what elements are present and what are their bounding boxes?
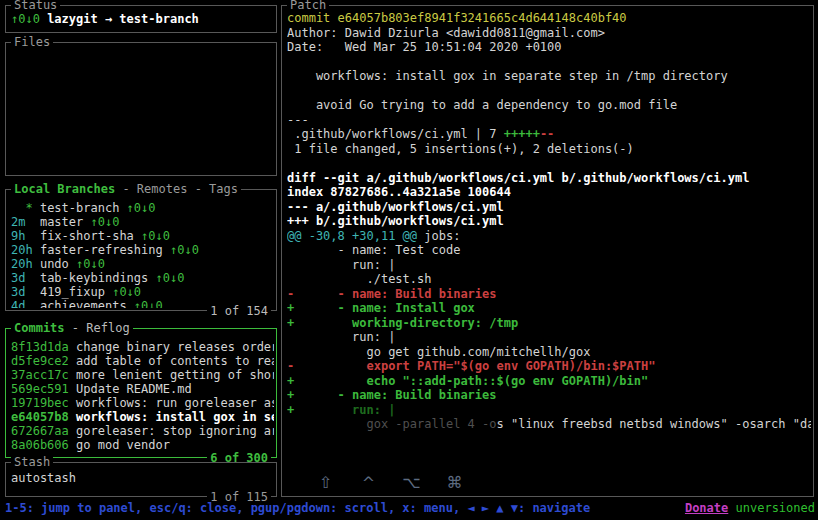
stash-panel[interactable]: Stash autostash 1 of 115 bbox=[5, 462, 277, 497]
stash-row[interactable]: autostash bbox=[11, 471, 274, 485]
patch-line: --- bbox=[287, 113, 811, 128]
patch-line: @@ -30,8 +30,11 @@ jobs: bbox=[287, 229, 811, 244]
command-icon: ⌘ bbox=[433, 476, 476, 490]
branches-list: * test-branch ↑0↓02m master ↑0↓09h fix-s… bbox=[11, 201, 274, 308]
tab-remotes-tags[interactable]: - Remotes - Tags bbox=[115, 182, 238, 196]
patch-line: - export PATH="$(go env GOPATH)/bin:$PAT… bbox=[287, 359, 811, 374]
commit-row[interactable]: e64057b8 workflows: install gox in se bbox=[11, 410, 274, 424]
patch-line: - - name: Build binaries bbox=[287, 287, 811, 302]
commit-row[interactable]: 8f13d1da change binary releases order bbox=[11, 340, 274, 354]
branch-row[interactable]: 20h faster-refreshing ↑0↓0 bbox=[11, 243, 274, 257]
tab-commits[interactable]: Commits bbox=[14, 321, 65, 335]
shift-icon: ⇧ bbox=[304, 476, 347, 490]
branch-row[interactable]: * test-branch ↑0↓0 bbox=[11, 201, 274, 215]
donate-link[interactable]: Donate bbox=[685, 501, 728, 515]
commit-row[interactable]: 19719bec workflows: run goreleaser as bbox=[11, 396, 274, 410]
patch-line: run: | bbox=[287, 258, 811, 273]
files-list bbox=[11, 48, 274, 173]
modifier-key-row: ⇧ ^ ⌥ ⌘ bbox=[304, 476, 476, 490]
status-panel[interactable]: Status ↑0↓0 lazygit → test-branch bbox=[5, 5, 277, 33]
tab-reflog[interactable]: - Reflog bbox=[65, 321, 130, 335]
patch-line: - name: Test code bbox=[287, 243, 811, 258]
patch-line: + working-directory: /tmp bbox=[287, 316, 811, 331]
commit-row[interactable]: d5fe9ce2 add table of contents to rea bbox=[11, 354, 274, 368]
patch-line bbox=[287, 156, 811, 171]
commits-list: 8f13d1da change binary releases orderd5f… bbox=[11, 340, 274, 455]
files-panel[interactable]: Files bbox=[5, 42, 277, 176]
patch-line: --- a/.github/workflows/ci.yml bbox=[287, 200, 811, 215]
patch-line: .github/workflows/ci.yml | 7 +++++-- bbox=[287, 127, 811, 142]
branch-row[interactable]: 9h fix-short-sha ↑0↓0 bbox=[11, 229, 274, 243]
patch-line: gox -parallel 4 -os "linux freebsd netbs… bbox=[287, 417, 811, 432]
patch-line: index 87827686..4a321a5e 100644 bbox=[287, 185, 811, 200]
patch-panel[interactable]: Patch commit e64057b803ef8941f3241665c4d… bbox=[281, 5, 814, 497]
commit-row[interactable]: 8a06b606 go mod vendor bbox=[11, 438, 274, 452]
commit-row[interactable]: 569ec591 Update README.md bbox=[11, 382, 274, 396]
branch-row[interactable]: 3d tab-keybindings ↑0↓0 bbox=[11, 271, 274, 285]
branch-row[interactable]: 3d 419_fixup ↑0↓0 bbox=[11, 285, 274, 299]
patch-line: Date: Wed Mar 25 10:51:04 2020 +0100 bbox=[287, 40, 811, 55]
status-line: ↑0↓0 lazygit → test-branch bbox=[11, 12, 274, 26]
patch-line: + - name: Build binaries bbox=[287, 388, 811, 403]
patch-line: 1 file changed, 5 insertions(+), 2 delet… bbox=[287, 142, 811, 157]
branch-row[interactable]: 20h undo ↑0↓0 bbox=[11, 257, 274, 271]
bottom-bar: 1-5: jump to panel, esc/q: close, pgup/p… bbox=[0, 501, 818, 518]
status-content: ↑0↓0 lazygit → test-branch bbox=[11, 12, 274, 30]
patch-line: avoid Go trying to add a dependency to g… bbox=[287, 98, 811, 113]
version-label: unversioned bbox=[736, 501, 815, 515]
patch-line: workflows: install gox in separate step … bbox=[287, 69, 811, 84]
patch-line: + run: | bbox=[287, 403, 811, 418]
tab-local-branches[interactable]: Local Branches bbox=[14, 182, 115, 196]
patch-line bbox=[287, 55, 811, 70]
patch-line bbox=[287, 84, 811, 99]
patch-line: + echo "::add-path::$(go env GOPATH)/bin… bbox=[287, 374, 811, 389]
patch-line: commit e64057b803ef8941f3241665c4d644148… bbox=[287, 11, 811, 26]
patch-content: commit e64057b803ef8941f3241665c4d644148… bbox=[287, 11, 811, 494]
patch-line: go get github.com/mitchellh/gox bbox=[287, 345, 811, 360]
branches-panel[interactable]: Local Branches - Remotes - Tags * test-b… bbox=[5, 189, 277, 311]
branches-counter: 1 of 154 bbox=[207, 304, 271, 318]
patch-line: run: | bbox=[287, 330, 811, 345]
patch-line: diff --git a/.github/workflows/ci.yml b/… bbox=[287, 171, 811, 186]
commit-row[interactable]: 672667aa goreleaser: stop ignoring ar bbox=[11, 424, 274, 438]
patch-line: +++ b/.github/workflows/ci.yml bbox=[287, 214, 811, 229]
patch-line: ./test.sh bbox=[287, 272, 811, 287]
commit-row[interactable]: 37acc17c more lenient getting of shor bbox=[11, 368, 274, 382]
commits-panel[interactable]: Commits - Reflog 8f13d1da change binary … bbox=[5, 328, 277, 458]
patch-line: Author: Dawid Dziurla <dawidd0811@gmail.… bbox=[287, 26, 811, 41]
patch-line: + - name: Install gox bbox=[287, 301, 811, 316]
control-icon: ^ bbox=[347, 476, 390, 490]
stash-panel-title: Stash bbox=[14, 455, 50, 469]
keybindings-hint: 1-5: jump to panel, esc/q: close, pgup/p… bbox=[5, 501, 590, 515]
branch-row[interactable]: 2m master ↑0↓0 bbox=[11, 215, 274, 229]
option-icon: ⌥ bbox=[390, 476, 433, 490]
files-panel-title: Files bbox=[14, 35, 50, 49]
status-panel-title: Status bbox=[14, 0, 57, 12]
